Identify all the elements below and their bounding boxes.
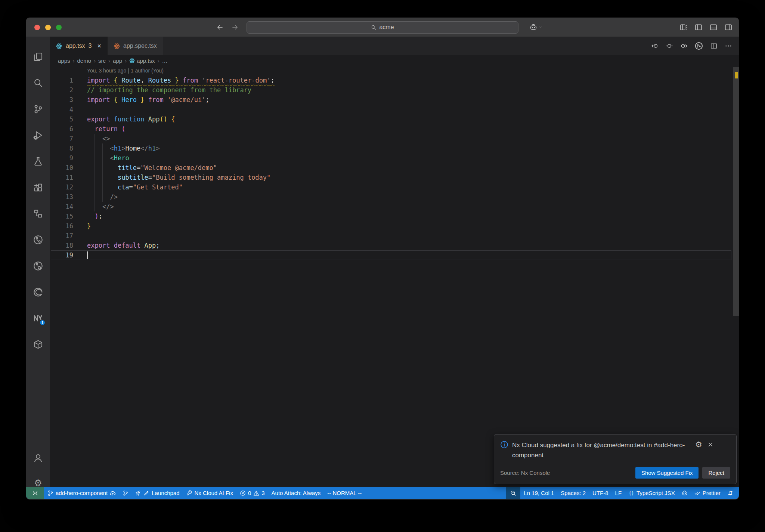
editor-pane[interactable]: You, 3 hours ago | 1 author (You) 1impor…	[50, 66, 739, 487]
split-editor-icon[interactable]	[710, 42, 718, 50]
open-changes-icon[interactable]	[666, 42, 673, 50]
activity-bar-nx-console[interactable]: 1	[26, 309, 50, 328]
status-vim-mode[interactable]: -- NORMAL --	[324, 487, 365, 499]
activity-bar-gitlens-inspect[interactable]	[26, 256, 50, 276]
panel-right-icon[interactable]	[725, 24, 732, 31]
status-problems[interactable]: 03	[236, 487, 268, 499]
prev-change-icon[interactable]	[651, 42, 659, 50]
panel-bottom-icon[interactable]	[710, 24, 717, 31]
status-label: add-hero-component	[56, 490, 108, 496]
navigate-forward-icon[interactable]	[232, 24, 238, 31]
code-line-1: 1import { Route, Routes } from 'react-ro…	[50, 75, 739, 85]
more-actions-icon[interactable]	[725, 42, 732, 50]
status-prettier[interactable]: Prettier	[691, 487, 724, 499]
code-line-content: import { Route, Routes } from 'react-rou…	[73, 75, 275, 85]
close-window-button[interactable]	[34, 25, 40, 30]
code-line-8: 8 <h1>Home</h1>	[50, 143, 739, 153]
breadcrumb-label: src	[98, 58, 106, 64]
next-change-icon[interactable]	[680, 42, 688, 50]
status-notifications-bell[interactable]	[724, 487, 737, 499]
activity-bar-accounts[interactable]	[26, 448, 50, 468]
activity-bar-commit-graph[interactable]	[26, 230, 50, 250]
copilot-icon	[682, 490, 688, 496]
status-nx-cloud-ai-fix[interactable]: Nx Cloud AI Fix	[183, 487, 236, 499]
activity-bar-extensions[interactable]	[26, 178, 50, 197]
breadcrumb-item-app[interactable]: app	[113, 58, 122, 64]
status-copilot-status[interactable]	[678, 487, 691, 499]
activity-bar-search[interactable]	[26, 73, 50, 93]
line-number: 9	[50, 153, 73, 163]
activity-bar-project-structure[interactable]	[26, 204, 50, 223]
activity-bar-settings[interactable]: ⚙	[26, 474, 50, 493]
panel-left-icon[interactable]	[695, 24, 702, 31]
status-indentation[interactable]: Spaces: 2	[557, 487, 589, 499]
status-zoom-indicator[interactable]	[506, 487, 520, 499]
title-bar: acme	[26, 18, 739, 37]
activity-bar-run-debug[interactable]	[26, 126, 50, 145]
activity-bar-explorer[interactable]	[26, 47, 50, 66]
wrench-icon	[186, 490, 192, 496]
status-auto-attach[interactable]: Auto Attach: Always	[268, 487, 324, 499]
tab-close-icon[interactable]: ×	[97, 43, 102, 49]
code-line-10: 10 title="Welcmoe @acme/demo"	[50, 163, 739, 173]
reject-button[interactable]: Reject	[702, 467, 730, 479]
notification-settings-icon[interactable]: ⚙	[695, 440, 702, 448]
status-git-branch[interactable]: add-hero-component	[44, 487, 119, 499]
code-line-3: 3import { Hero } from '@acme/ui';	[50, 95, 739, 105]
code-line-content: <h1>Home</h1>	[73, 143, 160, 153]
overview-ruler-warning-mark	[735, 72, 738, 78]
tab-app.tsx[interactable]: app.tsx3×	[50, 37, 108, 55]
files-icon	[33, 52, 43, 62]
git-blame-annotation[interactable]: You, 3 hours ago | 1 author (You)	[50, 66, 739, 75]
status-commit-graph[interactable]	[119, 487, 132, 499]
copilot-menu[interactable]	[530, 24, 543, 31]
status-label: Auto Attach: Always	[272, 490, 321, 496]
gitlens-graph-icon[interactable]	[695, 42, 703, 50]
layout-customize-icon[interactable]	[680, 24, 687, 31]
box-icon	[33, 340, 43, 349]
zoom-window-button[interactable]	[56, 25, 62, 30]
activity-bar-source-control[interactable]	[26, 99, 50, 119]
extensions-icon	[33, 183, 43, 192]
status-label: -- NORMAL --	[327, 490, 362, 496]
activity-bar-edge-tools[interactable]	[26, 282, 50, 302]
breadcrumb-item-app.tsx[interactable]: app.tsx	[129, 58, 155, 64]
status-language-mode[interactable]: {}TypeScript JSX	[625, 487, 678, 499]
activity-bar-testing[interactable]	[26, 152, 50, 171]
code-line-15: 15 );	[50, 211, 739, 221]
breadcrumb-item-…[interactable]: …	[162, 58, 167, 64]
pencil-icon	[143, 490, 149, 496]
code-line-7: 7 <>	[50, 134, 739, 143]
code-line-content	[73, 105, 87, 114]
code-line-5: 5export function App() {	[50, 114, 739, 124]
activity-bar-containers[interactable]	[26, 335, 50, 354]
react-icon	[114, 43, 120, 49]
status-cursor-position[interactable]: Ln 19, Col 1	[520, 487, 557, 499]
error-circle-icon	[240, 490, 246, 496]
breadcrumb-item-src[interactable]: src	[98, 58, 106, 64]
indent-guide	[110, 163, 110, 192]
status-label: Ln 19, Col 1	[524, 490, 554, 496]
vertical-scrollbar[interactable]	[733, 67, 739, 316]
graph-circle-icon	[33, 235, 43, 245]
tab-app.spec.tsx[interactable]: app.spec.tsx	[108, 37, 163, 55]
breadcrumb-item-demo[interactable]: demo	[77, 58, 92, 64]
line-number: 11	[50, 173, 73, 182]
chevron-down-icon	[538, 25, 543, 30]
code-line-content: return (	[73, 124, 125, 134]
status-label: Launchpad	[152, 490, 179, 496]
breadcrumb-label: app.tsx	[137, 58, 155, 64]
react-icon	[56, 43, 62, 49]
command-center-search[interactable]: acme	[247, 21, 518, 34]
line-number: 8	[50, 143, 73, 153]
status-eol[interactable]: LF	[612, 487, 625, 499]
minimize-window-button[interactable]	[45, 25, 51, 30]
notification-close-icon[interactable]	[707, 442, 713, 448]
show-suggested-fix-button[interactable]: Show Suggested Fix	[635, 467, 699, 479]
status-launchpad[interactable]: Launchpad	[132, 487, 183, 499]
desktop: acme 1⚙ app.tsx3×app.spec.tsx	[0, 0, 765, 532]
breadcrumb-item-apps[interactable]: apps	[58, 58, 70, 64]
navigate-back-icon[interactable]	[217, 24, 223, 31]
code-line-content: import { Hero } from '@acme/ui';	[73, 95, 210, 105]
status-encoding[interactable]: UTF-8	[589, 487, 612, 499]
